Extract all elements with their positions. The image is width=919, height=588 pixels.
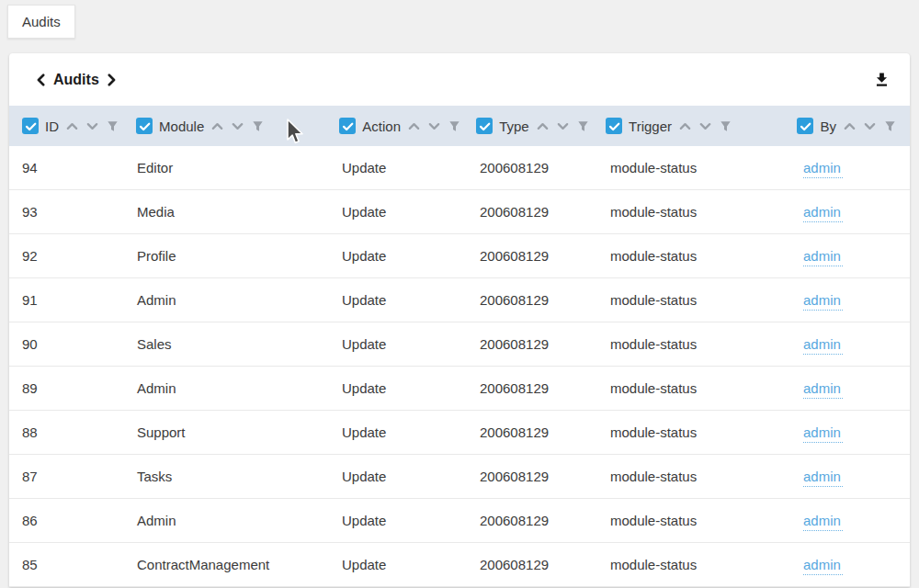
cell-trigger: module-status — [610, 160, 803, 175]
cell-module: ContractManagement — [137, 557, 342, 572]
checkbox-module[interactable] — [136, 118, 153, 134]
by-user-link[interactable]: admin — [803, 248, 843, 266]
cell-by: admin — [803, 513, 897, 528]
chevron-right-icon[interactable] — [105, 74, 118, 86]
column-label-id: ID — [45, 119, 59, 134]
cell-trigger: module-status — [610, 469, 803, 484]
by-user-link[interactable]: admin — [803, 380, 843, 399]
cell-type: 200608129 — [480, 336, 610, 352]
cell-by: admin — [803, 469, 897, 484]
cell-trigger: module-status — [610, 204, 803, 220]
cell-module: Admin — [137, 513, 342, 528]
table-row: 87 Tasks Update 200608129 module-status … — [9, 455, 910, 499]
cell-by: admin — [803, 248, 897, 264]
cell-type: 200608129 — [480, 292, 610, 308]
checkbox-by[interactable] — [797, 118, 813, 134]
table-row: 94 Editor Update 200608129 module-status… — [9, 146, 910, 190]
card-title: Audits — [35, 72, 118, 88]
column-header-trigger: Trigger — [606, 118, 797, 134]
cell-by: admin — [803, 424, 897, 440]
cell-id: 91 — [22, 292, 137, 308]
column-label-type: Type — [499, 119, 529, 134]
filter-icon[interactable] — [576, 119, 590, 133]
cell-type: 200608129 — [480, 469, 610, 484]
cell-id: 85 — [22, 557, 137, 572]
table-body: 94 Editor Update 200608129 module-status… — [9, 146, 910, 587]
table-row: 93 Media Update 200608129 module-status … — [9, 190, 910, 234]
by-user-link[interactable]: admin — [803, 469, 843, 487]
table-header-row: ID Module Action Type Tr — [9, 106, 910, 146]
sort-down-icon[interactable] — [698, 119, 712, 133]
cell-by: admin — [803, 292, 897, 308]
sort-down-icon[interactable] — [556, 119, 570, 133]
by-user-link[interactable]: admin — [803, 513, 843, 531]
checkbox-trigger[interactable] — [606, 118, 622, 134]
table-row: 86 Admin Update 200608129 module-status … — [9, 499, 910, 543]
chevron-left-icon[interactable] — [35, 74, 48, 86]
cell-by: admin — [803, 380, 897, 396]
sort-down-icon[interactable] — [231, 119, 244, 133]
sort-down-icon[interactable] — [427, 119, 441, 133]
cell-trigger: module-status — [610, 424, 803, 440]
checkbox-type[interactable] — [476, 118, 493, 134]
column-header-action: Action — [339, 118, 476, 134]
cell-module: Tasks — [137, 469, 342, 484]
by-user-link[interactable]: admin — [803, 336, 843, 355]
by-user-link[interactable]: admin — [803, 204, 843, 222]
sort-up-icon[interactable] — [210, 119, 224, 133]
page-title: Audits — [53, 72, 99, 88]
cell-action: Update — [342, 292, 480, 308]
cell-module: Sales — [137, 336, 342, 352]
sort-up-icon[interactable] — [843, 119, 857, 133]
cell-id: 90 — [22, 336, 137, 352]
filter-icon[interactable] — [719, 119, 732, 133]
cell-trigger: module-status — [610, 292, 803, 308]
cell-type: 200608129 — [480, 380, 610, 396]
sort-up-icon[interactable] — [536, 119, 550, 133]
cell-id: 92 — [22, 248, 137, 264]
cell-trigger: module-status — [610, 380, 803, 396]
cell-action: Update — [342, 336, 480, 352]
sort-up-icon[interactable] — [678, 119, 692, 133]
filter-icon[interactable] — [883, 119, 897, 133]
by-user-link[interactable]: admin — [803, 160, 843, 178]
sort-down-icon[interactable] — [863, 119, 877, 133]
checkbox-id[interactable] — [22, 118, 39, 134]
table-row: 92 Profile Update 200608129 module-statu… — [9, 234, 910, 278]
column-header-module: Module — [136, 118, 339, 134]
cell-module: Admin — [137, 292, 342, 308]
filter-icon[interactable] — [251, 119, 265, 133]
card-toolbar: Audits — [9, 53, 910, 106]
cell-by: admin — [803, 336, 897, 352]
cell-type: 200608129 — [480, 557, 610, 572]
sort-up-icon[interactable] — [65, 119, 79, 133]
table-row: 85 ContractManagement Update 200608129 m… — [9, 543, 910, 587]
cell-by: admin — [803, 160, 897, 175]
sort-up-icon[interactable] — [407, 119, 421, 133]
cell-action: Update — [342, 380, 480, 396]
by-user-link[interactable]: admin — [803, 424, 843, 443]
cell-action: Update — [342, 204, 480, 220]
cell-trigger: module-status — [610, 336, 803, 352]
checkbox-action[interactable] — [339, 118, 356, 134]
cell-type: 200608129 — [480, 424, 610, 440]
cell-id: 93 — [22, 204, 137, 220]
column-label-by: By — [820, 119, 836, 134]
download-icon[interactable] — [871, 70, 891, 90]
sort-down-icon[interactable] — [85, 119, 99, 133]
cell-type: 200608129 — [480, 160, 610, 175]
table-row: 90 Sales Update 200608129 module-status … — [9, 322, 910, 367]
column-header-id: ID — [22, 118, 136, 134]
cell-type: 200608129 — [480, 204, 610, 220]
by-user-link[interactable]: admin — [803, 292, 843, 311]
cell-trigger: module-status — [610, 557, 803, 572]
filter-icon[interactable] — [448, 119, 461, 133]
cell-module: Support — [137, 424, 342, 440]
cell-by: admin — [803, 557, 897, 572]
filter-icon[interactable] — [106, 119, 119, 133]
cell-id: 88 — [22, 424, 137, 440]
tab-audits[interactable]: Audits — [7, 5, 75, 39]
by-user-link[interactable]: admin — [803, 557, 843, 575]
column-header-by: By — [797, 118, 897, 134]
cell-id: 94 — [22, 160, 137, 175]
